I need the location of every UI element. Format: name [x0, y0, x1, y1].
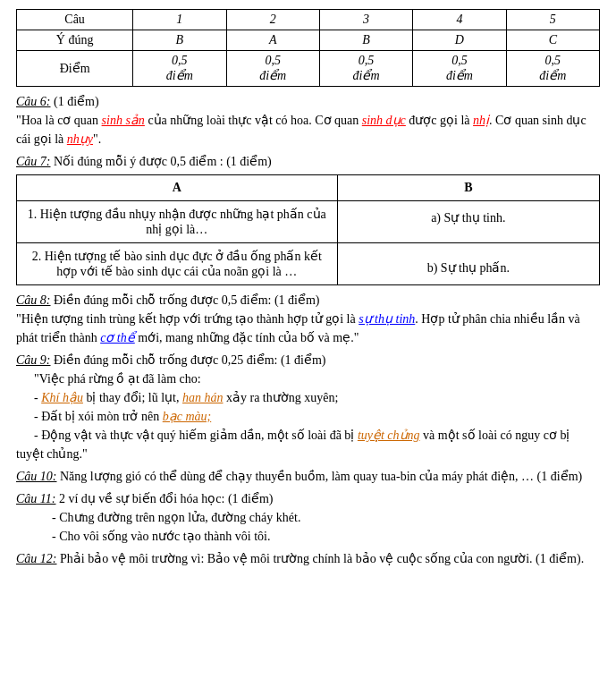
- q6-sinh-san: sinh sản: [102, 114, 145, 127]
- header-2: 2: [226, 10, 319, 30]
- q6-nhi: nhị: [473, 114, 489, 127]
- q8-thu-tinh: sự thụ tinh: [359, 312, 415, 326]
- header-1: 1: [133, 10, 226, 30]
- q8-co-the: cơ thể: [100, 331, 135, 344]
- q6-section: Câu 6: (1 điểm) "Hoa là cơ quan sinh sản…: [16, 92, 600, 149]
- q10-label: Câu 10:: [16, 470, 57, 483]
- q6-text: "Hoa là cơ quan sinh sản của những loài …: [16, 114, 586, 146]
- score-2: 0,5điểm: [226, 51, 319, 87]
- q8-text: "Hiện tượng tinh trùng kết hợp với trứng…: [16, 312, 580, 344]
- q12-label: Câu 12:: [16, 552, 57, 565]
- q7-label: Câu 7:: [16, 155, 51, 168]
- score-3: 0,5điểm: [319, 51, 412, 87]
- col-a-header: A: [17, 175, 338, 201]
- score-5: 0,5điểm: [506, 51, 599, 87]
- q9-section: Câu 9: Điền đúng mỗi chỗ trống được 0,25…: [16, 351, 600, 463]
- q11-label: Câu 11:: [16, 492, 55, 505]
- match-row2-b: b) Sự thụ phấn.: [337, 243, 599, 285]
- header-4: 4: [413, 10, 506, 30]
- header-5: 5: [506, 10, 599, 30]
- q7-section: Câu 7: Nối đúng mỗi ý được 0,5 điểm : (1…: [16, 152, 600, 171]
- q9-line2: - Đất bị xói mòn trở nên bạc màu;: [34, 410, 211, 423]
- q9-label: Câu 9:: [16, 353, 51, 367]
- col-b-header: B: [337, 175, 599, 201]
- answer-4: D: [413, 30, 506, 51]
- q11-line1: - Chưng đường trên ngọn lửa, đường cháy …: [52, 511, 300, 524]
- q9-score: Điền đúng mỗi chỗ trống được 0,25 điểm: …: [51, 353, 326, 367]
- answer-3: B: [319, 30, 412, 51]
- q10-section: Câu 10: Năng lượng gió có thể dùng để ch…: [16, 467, 600, 486]
- score-1: 0,5điểm: [133, 51, 226, 87]
- q6-label: Câu 6:: [16, 95, 51, 108]
- q9-bac-mau: bạc màu;: [163, 410, 212, 423]
- header-3: 3: [319, 10, 412, 30]
- answer-5: C: [506, 30, 599, 51]
- answer-table: Câu 1 2 3 4 5 Ý đúng B A B D C Điểm 0,5đ…: [16, 9, 600, 87]
- match-table: A B 1. Hiện tượng đầu nhụy nhận được nhữ…: [16, 174, 600, 285]
- q8-score: Điền đúng mỗi chỗ trống được 0,5 điểm: (…: [51, 293, 320, 307]
- q9-khi-hau: Khí hậu: [41, 391, 83, 404]
- match-row1-a: 1. Hiện tượng đầu nhụy nhận được những h…: [17, 201, 338, 243]
- q10-text: Năng lượng gió có thể dùng để chạy thuyề…: [57, 470, 583, 483]
- q11-section: Câu 11: 2 ví dụ về sự biến đổi hóa học: …: [16, 489, 600, 546]
- q12-section: Câu 12: Phải bảo vệ môi trường vì: Bảo v…: [16, 549, 600, 568]
- q11-text: 2 ví dụ về sự biến đổi hóa học: (1 điểm): [55, 492, 273, 505]
- row2-label: Điểm: [17, 51, 133, 87]
- header-cau: Câu: [17, 10, 133, 30]
- q8-section: Câu 8: Điền đúng mỗi chỗ trống được 0,5 …: [16, 291, 600, 347]
- match-wrapper: A B 1. Hiện tượng đầu nhụy nhận được nhữ…: [16, 174, 600, 285]
- match-row2-a: 2. Hiện tượng tế bào sinh dục đực ở đầu …: [17, 243, 338, 285]
- q12-text: Phải bảo vệ môi trường vì: Bảo vệ môi tr…: [57, 552, 585, 565]
- answer-2: A: [226, 30, 319, 51]
- q9-intro: "Việc phá rừng ồ ạt đã làm cho:: [34, 372, 201, 386]
- score-4: 0,5điểm: [413, 51, 506, 87]
- q9-han-han: han hán: [182, 391, 224, 404]
- q8-label: Câu 8:: [16, 293, 51, 307]
- q6-sinh-duc: sinh dục: [362, 114, 406, 127]
- q9-line1: - Khí hậu bị thay đổi; lũ lụt, han hán x…: [34, 391, 338, 404]
- q11-line2: - Cho vôi sống vào nước tạo thành vôi tô…: [52, 530, 270, 543]
- q9-line3: - Động vật và thực vật quý hiếm giảm dần…: [16, 429, 570, 461]
- q6-nhuy: nhụy: [67, 132, 93, 146]
- answer-1: B: [133, 30, 226, 51]
- match-row1-b: a) Sự thụ tinh.: [337, 201, 599, 243]
- row1-label: Ý đúng: [17, 30, 133, 51]
- q7-score: Nối đúng mỗi ý được 0,5 điểm : (1 điểm): [51, 155, 272, 168]
- q6-score: (1 điểm): [51, 95, 99, 108]
- q9-tuyet-chung: tuyệt chủng: [358, 429, 420, 442]
